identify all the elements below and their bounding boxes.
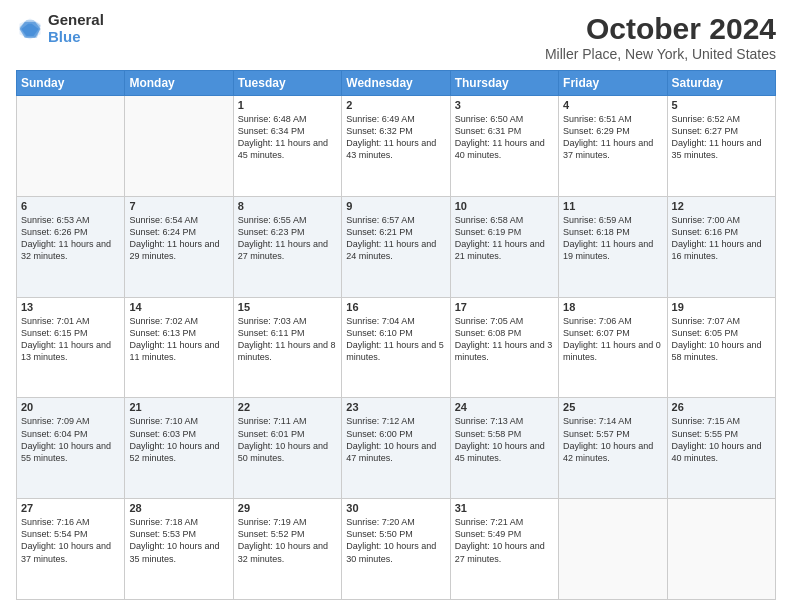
day-info: Sunrise: 6:54 AM Sunset: 6:24 PM Dayligh… — [129, 214, 228, 263]
header: General Blue October 2024 Miller Place, … — [16, 12, 776, 62]
calendar: Sunday Monday Tuesday Wednesday Thursday… — [16, 70, 776, 600]
day-number: 20 — [21, 401, 120, 413]
day-number: 26 — [672, 401, 771, 413]
day-number: 14 — [129, 301, 228, 313]
table-row: 13Sunrise: 7:01 AM Sunset: 6:15 PM Dayli… — [17, 297, 125, 398]
day-info: Sunrise: 7:13 AM Sunset: 5:58 PM Dayligh… — [455, 415, 554, 464]
day-info: Sunrise: 7:12 AM Sunset: 6:00 PM Dayligh… — [346, 415, 445, 464]
table-row — [667, 499, 775, 600]
day-number: 30 — [346, 502, 445, 514]
table-row: 1Sunrise: 6:48 AM Sunset: 6:34 PM Daylig… — [233, 96, 341, 197]
table-row: 31Sunrise: 7:21 AM Sunset: 5:49 PM Dayli… — [450, 499, 558, 600]
table-row: 19Sunrise: 7:07 AM Sunset: 6:05 PM Dayli… — [667, 297, 775, 398]
logo-general: General — [48, 12, 104, 29]
table-row: 30Sunrise: 7:20 AM Sunset: 5:50 PM Dayli… — [342, 499, 450, 600]
calendar-header-row: Sunday Monday Tuesday Wednesday Thursday… — [17, 71, 776, 96]
day-info: Sunrise: 6:55 AM Sunset: 6:23 PM Dayligh… — [238, 214, 337, 263]
table-row: 4Sunrise: 6:51 AM Sunset: 6:29 PM Daylig… — [559, 96, 667, 197]
table-row: 10Sunrise: 6:58 AM Sunset: 6:19 PM Dayli… — [450, 196, 558, 297]
table-row: 8Sunrise: 6:55 AM Sunset: 6:23 PM Daylig… — [233, 196, 341, 297]
table-row: 23Sunrise: 7:12 AM Sunset: 6:00 PM Dayli… — [342, 398, 450, 499]
day-info: Sunrise: 7:01 AM Sunset: 6:15 PM Dayligh… — [21, 315, 120, 364]
table-row: 7Sunrise: 6:54 AM Sunset: 6:24 PM Daylig… — [125, 196, 233, 297]
page: General Blue October 2024 Miller Place, … — [0, 0, 792, 612]
calendar-week-1: 1Sunrise: 6:48 AM Sunset: 6:34 PM Daylig… — [17, 96, 776, 197]
day-number: 10 — [455, 200, 554, 212]
col-monday: Monday — [125, 71, 233, 96]
logo-text: General Blue — [48, 12, 104, 45]
day-info: Sunrise: 6:51 AM Sunset: 6:29 PM Dayligh… — [563, 113, 662, 162]
table-row: 5Sunrise: 6:52 AM Sunset: 6:27 PM Daylig… — [667, 96, 775, 197]
day-number: 18 — [563, 301, 662, 313]
table-row: 9Sunrise: 6:57 AM Sunset: 6:21 PM Daylig… — [342, 196, 450, 297]
table-row: 17Sunrise: 7:05 AM Sunset: 6:08 PM Dayli… — [450, 297, 558, 398]
table-row — [125, 96, 233, 197]
col-sunday: Sunday — [17, 71, 125, 96]
day-number: 1 — [238, 99, 337, 111]
table-row: 20Sunrise: 7:09 AM Sunset: 6:04 PM Dayli… — [17, 398, 125, 499]
col-tuesday: Tuesday — [233, 71, 341, 96]
table-row: 14Sunrise: 7:02 AM Sunset: 6:13 PM Dayli… — [125, 297, 233, 398]
day-info: Sunrise: 7:15 AM Sunset: 5:55 PM Dayligh… — [672, 415, 771, 464]
day-info: Sunrise: 6:52 AM Sunset: 6:27 PM Dayligh… — [672, 113, 771, 162]
day-number: 24 — [455, 401, 554, 413]
day-info: Sunrise: 7:02 AM Sunset: 6:13 PM Dayligh… — [129, 315, 228, 364]
day-number: 9 — [346, 200, 445, 212]
calendar-week-3: 13Sunrise: 7:01 AM Sunset: 6:15 PM Dayli… — [17, 297, 776, 398]
day-number: 12 — [672, 200, 771, 212]
table-row: 11Sunrise: 6:59 AM Sunset: 6:18 PM Dayli… — [559, 196, 667, 297]
table-row: 25Sunrise: 7:14 AM Sunset: 5:57 PM Dayli… — [559, 398, 667, 499]
day-number: 11 — [563, 200, 662, 212]
day-number: 2 — [346, 99, 445, 111]
day-info: Sunrise: 7:21 AM Sunset: 5:49 PM Dayligh… — [455, 516, 554, 565]
table-row: 12Sunrise: 7:00 AM Sunset: 6:16 PM Dayli… — [667, 196, 775, 297]
day-number: 27 — [21, 502, 120, 514]
col-wednesday: Wednesday — [342, 71, 450, 96]
day-number: 4 — [563, 99, 662, 111]
day-number: 15 — [238, 301, 337, 313]
table-row: 15Sunrise: 7:03 AM Sunset: 6:11 PM Dayli… — [233, 297, 341, 398]
day-number: 5 — [672, 99, 771, 111]
day-info: Sunrise: 7:06 AM Sunset: 6:07 PM Dayligh… — [563, 315, 662, 364]
day-number: 31 — [455, 502, 554, 514]
logo-icon — [16, 15, 44, 43]
day-info: Sunrise: 6:49 AM Sunset: 6:32 PM Dayligh… — [346, 113, 445, 162]
calendar-week-2: 6Sunrise: 6:53 AM Sunset: 6:26 PM Daylig… — [17, 196, 776, 297]
day-info: Sunrise: 7:04 AM Sunset: 6:10 PM Dayligh… — [346, 315, 445, 364]
col-friday: Friday — [559, 71, 667, 96]
table-row: 18Sunrise: 7:06 AM Sunset: 6:07 PM Dayli… — [559, 297, 667, 398]
logo: General Blue — [16, 12, 104, 45]
day-number: 3 — [455, 99, 554, 111]
table-row: 6Sunrise: 6:53 AM Sunset: 6:26 PM Daylig… — [17, 196, 125, 297]
table-row: 3Sunrise: 6:50 AM Sunset: 6:31 PM Daylig… — [450, 96, 558, 197]
day-info: Sunrise: 7:09 AM Sunset: 6:04 PM Dayligh… — [21, 415, 120, 464]
day-info: Sunrise: 6:53 AM Sunset: 6:26 PM Dayligh… — [21, 214, 120, 263]
col-saturday: Saturday — [667, 71, 775, 96]
table-row: 29Sunrise: 7:19 AM Sunset: 5:52 PM Dayli… — [233, 499, 341, 600]
day-number: 13 — [21, 301, 120, 313]
day-number: 17 — [455, 301, 554, 313]
day-number: 7 — [129, 200, 228, 212]
day-info: Sunrise: 6:50 AM Sunset: 6:31 PM Dayligh… — [455, 113, 554, 162]
table-row: 21Sunrise: 7:10 AM Sunset: 6:03 PM Dayli… — [125, 398, 233, 499]
day-info: Sunrise: 7:05 AM Sunset: 6:08 PM Dayligh… — [455, 315, 554, 364]
day-info: Sunrise: 7:16 AM Sunset: 5:54 PM Dayligh… — [21, 516, 120, 565]
location: Miller Place, New York, United States — [545, 46, 776, 62]
day-number: 21 — [129, 401, 228, 413]
day-number: 8 — [238, 200, 337, 212]
day-info: Sunrise: 6:58 AM Sunset: 6:19 PM Dayligh… — [455, 214, 554, 263]
day-number: 29 — [238, 502, 337, 514]
table-row: 27Sunrise: 7:16 AM Sunset: 5:54 PM Dayli… — [17, 499, 125, 600]
day-number: 22 — [238, 401, 337, 413]
table-row: 28Sunrise: 7:18 AM Sunset: 5:53 PM Dayli… — [125, 499, 233, 600]
table-row: 24Sunrise: 7:13 AM Sunset: 5:58 PM Dayli… — [450, 398, 558, 499]
calendar-week-4: 20Sunrise: 7:09 AM Sunset: 6:04 PM Dayli… — [17, 398, 776, 499]
day-number: 23 — [346, 401, 445, 413]
day-info: Sunrise: 7:03 AM Sunset: 6:11 PM Dayligh… — [238, 315, 337, 364]
day-info: Sunrise: 7:07 AM Sunset: 6:05 PM Dayligh… — [672, 315, 771, 364]
table-row — [559, 499, 667, 600]
day-number: 16 — [346, 301, 445, 313]
table-row: 16Sunrise: 7:04 AM Sunset: 6:10 PM Dayli… — [342, 297, 450, 398]
day-info: Sunrise: 7:19 AM Sunset: 5:52 PM Dayligh… — [238, 516, 337, 565]
day-number: 19 — [672, 301, 771, 313]
